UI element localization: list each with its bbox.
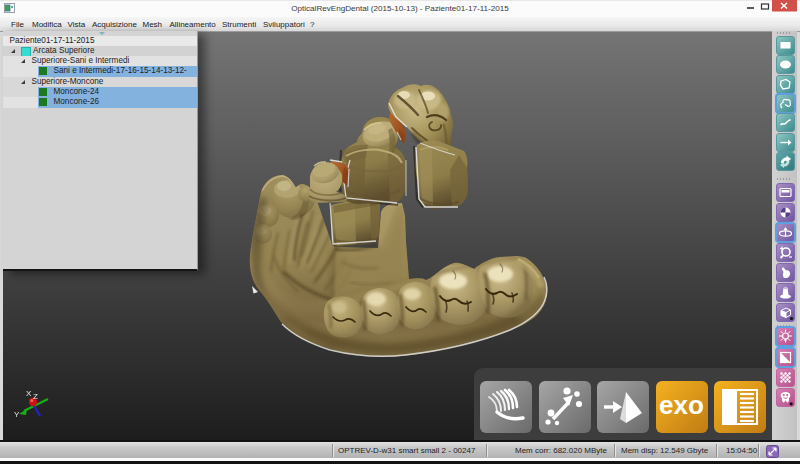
svg-text:Y: Y — [14, 410, 20, 419]
svg-text:Z: Z — [33, 392, 38, 401]
svg-text:X: X — [26, 389, 32, 398]
